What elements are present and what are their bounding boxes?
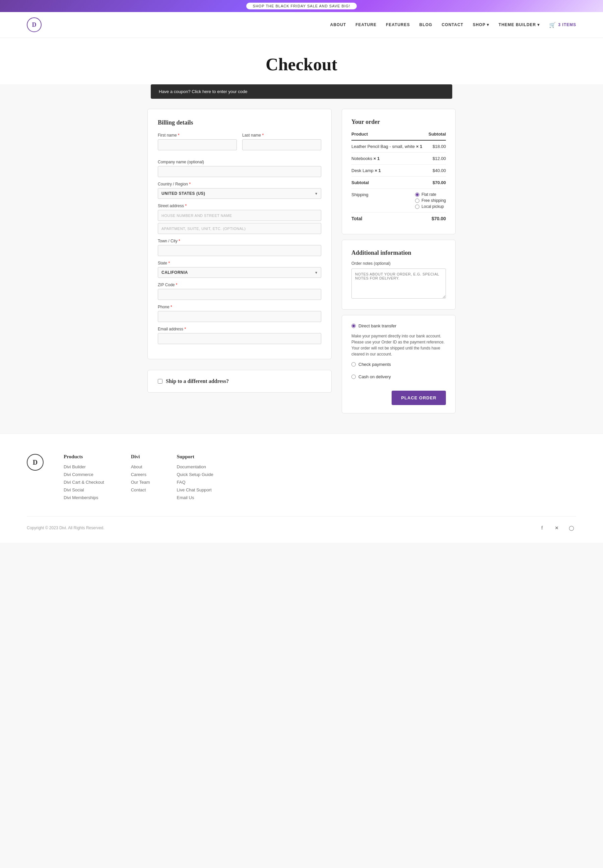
subtotal-row: Subtotal $70.00 <box>351 177 446 189</box>
first-name-input[interactable] <box>158 139 237 150</box>
payment-check[interactable]: Check payments <box>351 362 446 367</box>
footer-support-title: Support <box>177 454 213 459</box>
item-0-name: Leather Pencil Bag - small, white × 1 <box>351 144 422 149</box>
right-column: Your order Product Subtotal Leather Penc… <box>342 109 456 413</box>
main-nav: ABOUT FEATURE FEATURES BLOG CONTACT SHOP… <box>330 22 577 28</box>
footer-top: D Products Divi Builder Divi Commerce Di… <box>27 454 576 503</box>
logo[interactable]: D <box>27 17 42 32</box>
state-select[interactable]: CALIFORNIA <box>158 267 321 278</box>
footer-bottom: Copyright © 2023 Divi. All Rights Reserv… <box>27 516 576 533</box>
main-content: Billing details First name * Last name * <box>141 109 462 433</box>
total-label: Total <box>351 216 362 221</box>
footer-about[interactable]: About <box>131 464 150 469</box>
subtotal-value: $70.00 <box>433 180 446 185</box>
name-row: First name * Last name * <box>158 133 321 155</box>
footer-divi-memberships[interactable]: Divi Memberships <box>63 495 104 500</box>
cart-icon-area[interactable]: 🛒 3 ITEMS <box>549 22 576 28</box>
country-group: Country / Region * UNITED STATES (US) <box>158 182 321 199</box>
company-name-input[interactable] <box>158 166 321 177</box>
subtotal-label: Subtotal <box>351 180 369 185</box>
notes-textarea[interactable] <box>351 268 446 299</box>
country-select-wrapper: UNITED STATES (US) <box>158 188 321 199</box>
city-input[interactable] <box>158 245 321 256</box>
order-item-2: Desk Lamp × 1 $40.00 <box>351 165 446 177</box>
nav-about[interactable]: ABOUT <box>330 22 346 27</box>
nav-shop[interactable]: SHOP ▾ <box>473 22 489 27</box>
place-order-button[interactable]: PLACE ORDER <box>392 391 446 405</box>
ship-checkbox[interactable] <box>158 379 162 384</box>
shipping-free-radio[interactable] <box>415 199 419 203</box>
footer-contact[interactable]: Contact <box>131 487 150 492</box>
shipping-flat-radio[interactable] <box>415 193 419 197</box>
page-title: Checkout <box>7 55 596 74</box>
nav-blog[interactable]: BLOG <box>419 22 433 27</box>
facebook-icon[interactable]: f <box>537 523 547 533</box>
order-title: Your order <box>351 119 446 125</box>
order-section: Your order Product Subtotal Leather Penc… <box>342 109 456 234</box>
state-label: State * <box>158 261 321 265</box>
footer-col-products: Products Divi Builder Divi Commerce Divi… <box>63 454 104 503</box>
footer-divi-builder[interactable]: Divi Builder <box>63 464 104 469</box>
footer-careers[interactable]: Careers <box>131 472 150 477</box>
payment-bank-transfer[interactable]: Direct bank transfer <box>351 323 446 328</box>
phone-input[interactable] <box>158 311 321 322</box>
state-group: State * CALIFORNIA <box>158 261 321 278</box>
footer-live-chat[interactable]: Live Chat Support <box>177 487 213 492</box>
coupon-bar[interactable]: Have a coupon? Click here to enter your … <box>151 84 452 99</box>
shipping-local-radio[interactable] <box>415 205 419 209</box>
payment-other-options: Check payments Cash on delivery <box>351 362 446 384</box>
coupon-text: Have a coupon? Click here to enter your … <box>159 89 247 94</box>
nav-feature[interactable]: FEATURE <box>356 22 377 27</box>
email-label: Email address * <box>158 327 321 331</box>
footer-divi-social[interactable]: Divi Social <box>63 487 104 492</box>
zip-label: ZIP Code * <box>158 282 321 287</box>
ship-label[interactable]: Ship to a different address? <box>158 378 321 384</box>
shipping-free[interactable]: Free shipping <box>415 198 446 203</box>
check-radio[interactable] <box>351 362 356 367</box>
payment-description: Make your payment directly into our bank… <box>351 333 446 357</box>
instagram-icon[interactable]: ◯ <box>567 523 576 533</box>
item-2-price: $40.00 <box>433 168 446 173</box>
first-name-group: First name * <box>158 133 237 150</box>
cod-radio[interactable] <box>351 375 356 379</box>
street-input[interactable] <box>158 210 321 221</box>
ship-section: Ship to a different address? <box>147 370 332 393</box>
footer-faq[interactable]: FAQ <box>177 480 213 485</box>
footer-divi-commerce[interactable]: Divi Commerce <box>63 472 104 477</box>
email-input[interactable] <box>158 333 321 344</box>
nav-theme-builder[interactable]: THEME BUILDER ▾ <box>498 22 540 27</box>
shipping-local[interactable]: Local pickup <box>415 204 446 209</box>
additional-section: Additional information Order notes (opti… <box>342 240 456 310</box>
footer-email-us[interactable]: Email Us <box>177 495 213 500</box>
item-1-name: Notebooks × 1 <box>351 156 380 161</box>
billing-section: Billing details First name * Last name * <box>147 109 332 359</box>
item-0-price: $18.00 <box>433 144 446 149</box>
company-name-group: Company name (optional) <box>158 160 321 177</box>
state-select-wrapper: CALIFORNIA <box>158 267 321 278</box>
banner-text[interactable]: SHOP THE BLACK FRIDAY SALE AND SAVE BIG! <box>246 3 357 9</box>
nav-features[interactable]: FEATURES <box>386 22 410 27</box>
footer-cols: Products Divi Builder Divi Commerce Divi… <box>63 454 576 503</box>
shipping-flat-rate[interactable]: Flat rate <box>415 192 446 197</box>
apt-input[interactable] <box>158 223 321 234</box>
first-name-label: First name * <box>158 133 237 137</box>
footer-divi-title: Divi <box>131 454 150 459</box>
footer-quick-setup[interactable]: Quick Setup Guide <box>177 472 213 477</box>
footer-documentation[interactable]: Documentation <box>177 464 213 469</box>
item-1-price: $12.00 <box>433 156 446 161</box>
zip-input[interactable] <box>158 289 321 300</box>
total-row: Total $70.00 <box>351 213 446 225</box>
twitter-icon[interactable]: ✕ <box>552 523 561 533</box>
footer-our-team[interactable]: Our Team <box>131 480 150 485</box>
footer-col-support: Support Documentation Quick Setup Guide … <box>177 454 213 503</box>
last-name-input[interactable] <box>242 139 321 150</box>
bank-transfer-radio[interactable] <box>351 324 356 328</box>
footer-divi-cart[interactable]: Divi Cart & Checkout <box>63 480 104 485</box>
nav-contact[interactable]: CONTACT <box>442 22 463 27</box>
footer-col-divi: Divi About Careers Our Team Contact <box>131 454 150 503</box>
copyright: Copyright © 2023 Divi. All Rights Reserv… <box>27 526 105 530</box>
item-2-name: Desk Lamp × 1 <box>351 168 381 173</box>
country-select[interactable]: UNITED STATES (US) <box>158 188 321 199</box>
payment-cod[interactable]: Cash on delivery <box>351 374 446 379</box>
company-name-label: Company name (optional) <box>158 160 321 164</box>
